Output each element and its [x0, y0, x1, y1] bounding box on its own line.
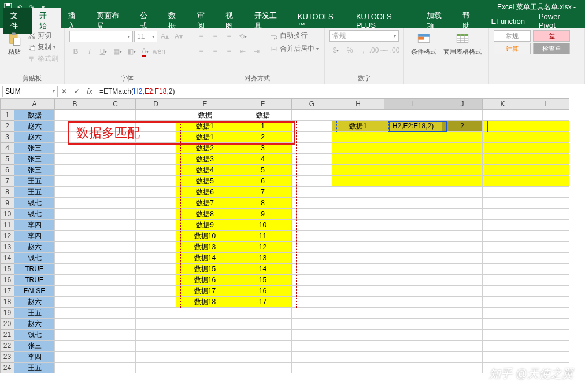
cell-B21[interactable]	[55, 330, 95, 341]
style-normal[interactable]: 常规	[494, 30, 531, 42]
cell-G14[interactable]	[292, 253, 332, 264]
row-header-20[interactable]: 20	[1, 319, 14, 330]
cell-L13[interactable]	[523, 242, 569, 253]
cell-E1[interactable]: 数据	[176, 110, 234, 121]
align-top-icon[interactable]: ≡	[195, 30, 208, 43]
cell-H12[interactable]	[332, 231, 384, 242]
cell-C20[interactable]	[95, 319, 136, 330]
style-bad[interactable]: 差	[533, 30, 570, 42]
cell-G15[interactable]	[292, 264, 332, 275]
cell-F6[interactable]: 5	[234, 165, 292, 176]
align-right-icon[interactable]: ≡	[223, 45, 235, 58]
cell-K20[interactable]	[483, 319, 523, 330]
row-header-22[interactable]: 22	[1, 341, 14, 352]
cell-B13[interactable]	[55, 242, 95, 253]
cell-A18[interactable]: 赵六	[14, 297, 55, 308]
cell-I7[interactable]	[384, 176, 442, 187]
cell-G23[interactable]	[292, 352, 332, 363]
cell-F3[interactable]: 2	[234, 132, 292, 143]
column-header-B[interactable]: B	[55, 99, 95, 110]
cell-C19[interactable]	[95, 308, 136, 319]
column-header-A[interactable]: A	[14, 99, 55, 110]
cell-L19[interactable]	[523, 308, 569, 319]
cell-B15[interactable]	[55, 264, 95, 275]
cell-C9[interactable]	[95, 198, 136, 209]
cell-J14[interactable]	[442, 253, 483, 264]
cell-C15[interactable]	[95, 264, 136, 275]
cell-J11[interactable]	[442, 220, 483, 231]
cell-E15[interactable]: 数据15	[176, 264, 234, 275]
row-header-5[interactable]: 5	[1, 154, 14, 165]
cell-J2[interactable]: 2	[442, 121, 483, 132]
cell-D3[interactable]	[136, 132, 176, 143]
cell-D16[interactable]	[136, 275, 176, 286]
cell-K7[interactable]	[483, 176, 523, 187]
cell-B20[interactable]	[55, 319, 95, 330]
cell-J24[interactable]	[442, 363, 483, 373]
column-header-L[interactable]: L	[523, 99, 569, 110]
percent-icon[interactable]: %	[343, 44, 356, 57]
cell-E24[interactable]	[176, 363, 234, 373]
cell-J3[interactable]	[442, 132, 483, 143]
cell-H5[interactable]	[332, 154, 384, 165]
cell-G17[interactable]	[292, 286, 332, 297]
cell-L9[interactable]	[523, 198, 569, 209]
cell-I20[interactable]	[384, 319, 442, 330]
cell-J21[interactable]	[442, 330, 483, 341]
cell-J6[interactable]	[442, 165, 483, 176]
cell-F24[interactable]	[234, 363, 292, 373]
cell-D10[interactable]	[136, 209, 176, 220]
cell-C6[interactable]	[95, 165, 136, 176]
cell-D6[interactable]	[136, 165, 176, 176]
cell-K19[interactable]	[483, 308, 523, 319]
cell-E17[interactable]: 数据17	[176, 286, 234, 297]
fill-color-icon[interactable]: ◧▾	[125, 45, 138, 58]
cell-J1[interactable]	[442, 110, 483, 121]
indent-increase-icon[interactable]: ⇥	[250, 45, 263, 58]
cell-A6[interactable]: 张三	[14, 165, 55, 176]
wrap-text-button[interactable]: 自动换行	[269, 30, 320, 41]
cell-L8[interactable]	[523, 187, 569, 198]
cell-I11[interactable]	[384, 220, 442, 231]
cell-L11[interactable]	[523, 220, 569, 231]
cell-A22[interactable]: 张三	[14, 341, 55, 352]
cell-E20[interactable]	[176, 319, 234, 330]
cell-I13[interactable]	[384, 242, 442, 253]
cell-B16[interactable]	[55, 275, 95, 286]
cell-F2[interactable]: 1	[234, 121, 292, 132]
cell-A3[interactable]: 赵六	[14, 132, 55, 143]
decrease-decimal-icon[interactable]: ←.00	[385, 44, 398, 57]
cell-K2[interactable]	[483, 121, 523, 132]
row-header-11[interactable]: 11	[1, 220, 14, 231]
cell-B8[interactable]	[55, 187, 95, 198]
comma-icon[interactable]: ,	[357, 44, 370, 57]
cell-C12[interactable]	[95, 231, 136, 242]
cell-A23[interactable]: 李四	[14, 352, 55, 363]
cell-C10[interactable]	[95, 209, 136, 220]
cell-D22[interactable]	[136, 341, 176, 352]
cell-L4[interactable]	[523, 143, 569, 154]
table-styles-button[interactable]: 套用表格格式	[441, 30, 484, 57]
cell-F4[interactable]: 3	[234, 143, 292, 154]
cell-A17[interactable]: FALSE	[14, 286, 55, 297]
cell-J4[interactable]	[442, 143, 483, 154]
cell-E5[interactable]: 数据3	[176, 154, 234, 165]
cell-I4[interactable]	[384, 143, 442, 154]
cell-J22[interactable]	[442, 341, 483, 352]
cell-A2[interactable]: 赵六	[14, 121, 55, 132]
format-painter-button[interactable]: 格式刷	[27, 53, 60, 64]
cell-D17[interactable]	[136, 286, 176, 297]
row-header-16[interactable]: 16	[1, 275, 14, 286]
cell-C17[interactable]	[95, 286, 136, 297]
cell-K22[interactable]	[483, 341, 523, 352]
cell-I3[interactable]	[384, 132, 442, 143]
decrease-font-icon[interactable]: A▾	[172, 30, 185, 43]
cell-B1[interactable]	[55, 110, 95, 121]
formula-bar[interactable]: =ETMatch(H2,E2:F18,2)	[96, 87, 585, 95]
cell-F19[interactable]	[234, 308, 292, 319]
cell-G7[interactable]	[292, 176, 332, 187]
cell-A4[interactable]: 张三	[14, 143, 55, 154]
cell-H16[interactable]	[332, 275, 384, 286]
style-check[interactable]: 检查单	[533, 43, 570, 54]
cell-K6[interactable]	[483, 165, 523, 176]
